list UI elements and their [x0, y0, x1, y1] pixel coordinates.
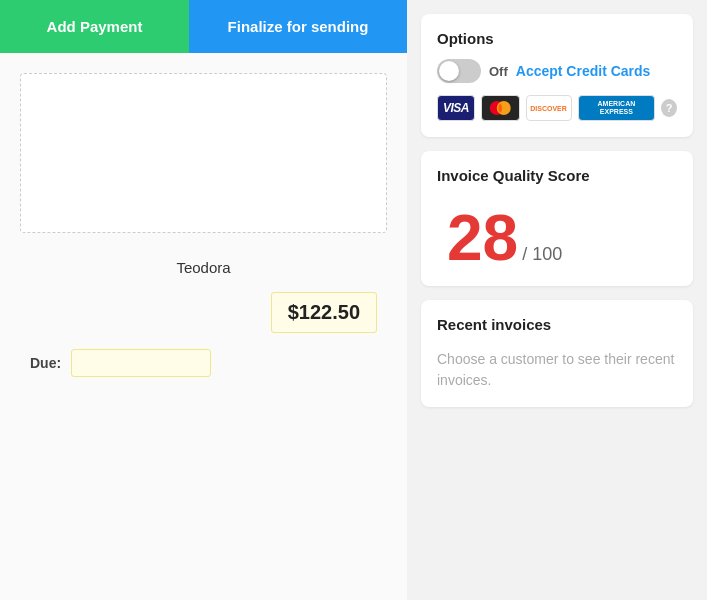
- visa-logo: VISA: [437, 95, 475, 121]
- invoice-area: Teodora $122.50 Due:: [0, 53, 407, 600]
- quality-score-max: / 100: [522, 244, 562, 265]
- credit-card-toggle-row: Off Accept Credit Cards: [437, 59, 677, 83]
- right-panel: Options Off Accept Credit Cards VISA: [407, 0, 707, 600]
- help-icon[interactable]: ?: [661, 99, 677, 117]
- invoice-placeholder: [20, 73, 387, 233]
- recent-invoices-empty-message: Choose a customer to see their recent in…: [437, 345, 677, 391]
- amex-logo: AMERICAN EXPRESS: [578, 95, 656, 121]
- due-label: Due:: [30, 355, 61, 371]
- quality-score-value: 28: [447, 206, 518, 270]
- due-row: Due:: [20, 349, 387, 377]
- due-date-input[interactable]: [71, 349, 211, 377]
- finalize-button[interactable]: Finalize for sending: [189, 0, 407, 53]
- options-card: Options Off Accept Credit Cards VISA: [421, 14, 693, 137]
- toggle-off-label: Off: [489, 64, 508, 79]
- discover-logo: DISCOVER: [526, 95, 572, 121]
- invoice-amount: $122.50: [271, 292, 377, 333]
- add-payment-button[interactable]: Add Payment: [0, 0, 189, 53]
- recent-invoices-card: Recent invoices Choose a customer to see…: [421, 300, 693, 407]
- customer-name: Teodora: [20, 249, 387, 276]
- accept-cc-toggle[interactable]: [437, 59, 481, 83]
- quality-score-row: 28 / 100: [437, 196, 677, 270]
- card-logos-row: VISA DISCOVER AMERICAN EXPRESS ?: [437, 95, 677, 121]
- quality-score-title: Invoice Quality Score: [437, 167, 677, 184]
- recent-invoices-title: Recent invoices: [437, 316, 677, 333]
- quality-score-card: Invoice Quality Score 28 / 100: [421, 151, 693, 286]
- app-layout: Add Payment Finalize for sending Teodora…: [0, 0, 707, 600]
- toolbar: Add Payment Finalize for sending: [0, 0, 407, 53]
- toggle-knob: [439, 61, 459, 81]
- accept-cc-label: Accept Credit Cards: [516, 63, 651, 79]
- left-panel: Add Payment Finalize for sending Teodora…: [0, 0, 407, 600]
- options-title: Options: [437, 30, 677, 47]
- amount-row: $122.50: [20, 292, 387, 333]
- mastercard-logo: [481, 95, 520, 121]
